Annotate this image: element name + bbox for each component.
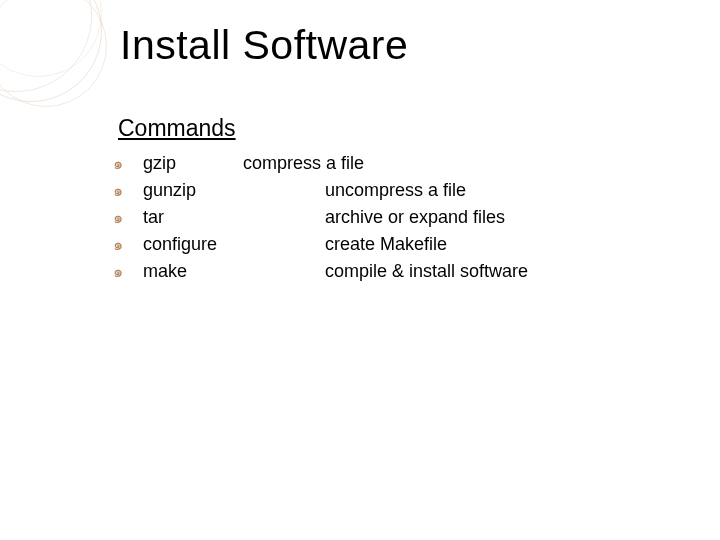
command-name: tar <box>143 204 243 231</box>
bullet-icon: ๑ <box>113 150 143 177</box>
command-desc: compress a file <box>243 150 653 177</box>
bullet-icon: ๑ <box>113 258 143 285</box>
slide: Install Software Commands ๑ gzip compres… <box>0 0 720 540</box>
list-item: ๑ configure create Makefile <box>113 231 653 258</box>
list-item: ๑ gunzip uncompress a file <box>113 177 653 204</box>
command-name: make <box>143 258 243 285</box>
command-name: configure <box>143 231 243 258</box>
command-name: gunzip <box>143 177 243 204</box>
bullet-icon: ๑ <box>113 177 143 204</box>
slide-title: Install Software <box>120 22 408 69</box>
command-desc: create Makefile <box>243 231 653 258</box>
bullet-icon: ๑ <box>113 231 143 258</box>
list-item: ๑ gzip compress a file <box>113 150 653 177</box>
command-desc: compile & install software <box>243 258 653 285</box>
bullet-icon: ๑ <box>113 204 143 231</box>
list-item: ๑ tar archive or expand files <box>113 204 653 231</box>
command-desc: archive or expand files <box>243 204 653 231</box>
section-heading: Commands <box>113 115 236 142</box>
command-desc: uncompress a file <box>243 177 653 204</box>
list-item: ๑ make compile & install software <box>113 258 653 285</box>
command-name: gzip <box>143 150 243 177</box>
command-list: ๑ gzip compress a file ๑ gunzip uncompre… <box>113 150 653 285</box>
